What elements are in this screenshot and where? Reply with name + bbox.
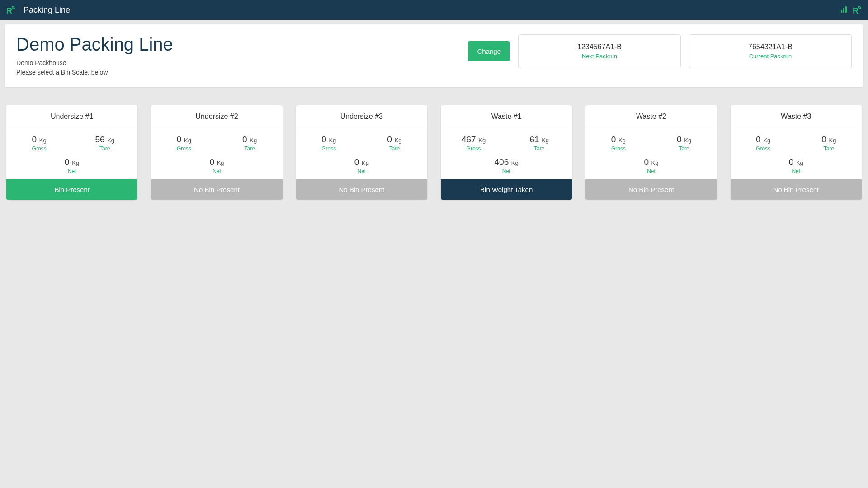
bin-unit: Kg xyxy=(827,137,836,144)
bin-unit: Kg xyxy=(509,160,519,166)
bin-metric-label-net: Net xyxy=(209,168,224,174)
bin-metric-gross: 0 KgGross xyxy=(6,135,72,152)
bin-value-tare: 0 xyxy=(677,135,682,144)
bin-metric-label-gross: Gross xyxy=(585,145,651,152)
svg-rect-3 xyxy=(845,6,847,13)
navbar-right: R xyxy=(841,5,863,15)
bin-value-net: 0 xyxy=(65,157,70,167)
bin-unit: Kg xyxy=(182,137,191,144)
bin-card-title: Undersize #2 xyxy=(151,105,282,128)
bin-metric-label-gross: Gross xyxy=(441,145,506,152)
bin-metric-label-tare: Tare xyxy=(651,145,717,152)
main-container: Demo Packing Line Demo Packhouse Please … xyxy=(0,20,868,204)
bin-unit: Kg xyxy=(617,137,626,144)
bin-card[interactable]: Undersize #30 KgGross0 KgTare0 KgNetNo B… xyxy=(296,105,427,200)
bin-status: Bin Present xyxy=(6,179,137,200)
bin-card-body: 467 KgGross61 KgTare406 KgNet xyxy=(441,128,572,179)
bin-value-net: 0 xyxy=(789,157,794,167)
next-packrun-card[interactable]: 1234567A1-B Next Packrun xyxy=(518,34,681,68)
bin-status: Bin Weight Taken xyxy=(441,179,572,200)
bin-metric-label-tare: Tare xyxy=(506,145,572,152)
bin-unit: Kg xyxy=(683,137,692,144)
bin-metric-label-gross: Gross xyxy=(731,145,796,152)
bin-unit: Kg xyxy=(360,160,369,166)
bin-metric-label-tare: Tare xyxy=(217,145,283,152)
bin-status: No Bin Present xyxy=(731,179,862,200)
bin-card-body: 0 KgGross0 KgTare0 KgNet xyxy=(731,128,862,179)
bin-unit: Kg xyxy=(106,137,115,144)
bin-metric-net: 0 KgNet xyxy=(644,157,658,174)
header-card: Demo Packing Line Demo Packhouse Please … xyxy=(5,24,863,87)
bin-metric-label-gross: Gross xyxy=(6,145,72,152)
bin-value-tare: 56 xyxy=(95,135,104,144)
navbar-left: R Packing Line xyxy=(5,5,70,15)
bin-metric-tare: 0 KgTare xyxy=(217,135,283,152)
bin-unit: Kg xyxy=(38,137,47,144)
bin-metric-tare: 0 KgTare xyxy=(362,135,427,152)
bin-card-body: 0 KgGross0 KgTare0 KgNet xyxy=(151,128,282,179)
bin-metric-label-gross: Gross xyxy=(151,145,217,152)
bin-metric-label-tare: Tare xyxy=(72,145,137,152)
bin-gross-tare-row: 0 KgGross0 KgTare xyxy=(585,135,717,152)
bin-status: No Bin Present xyxy=(585,179,717,200)
page-title: Demo Packing Line xyxy=(16,34,468,55)
next-packrun-label: Next Packrun xyxy=(528,53,671,60)
svg-text:R: R xyxy=(853,6,859,15)
bin-metric-gross: 0 KgGross xyxy=(585,135,651,152)
bin-metric-label-net: Net xyxy=(789,168,803,174)
bin-metric-tare: 0 KgTare xyxy=(651,135,717,152)
current-packrun-label: Current Packrun xyxy=(698,53,842,60)
bin-value-gross: 0 xyxy=(32,135,37,144)
logo-icon: R xyxy=(5,5,16,15)
bin-metric-gross: 0 KgGross xyxy=(296,135,362,152)
bin-value-net: 0 xyxy=(354,157,359,167)
bin-value-net: 406 xyxy=(495,157,509,167)
bin-metric-label-tare: Tare xyxy=(796,145,862,152)
svg-rect-2 xyxy=(843,8,844,13)
bin-status: No Bin Present xyxy=(151,179,282,200)
bin-unit: Kg xyxy=(762,137,771,144)
bin-card[interactable]: Waste #1467 KgGross61 KgTare406 KgNetBin… xyxy=(441,105,572,200)
bin-card-body: 0 KgGross0 KgTare0 KgNet xyxy=(296,128,427,179)
bins-area: Undersize #10 KgGross56 KgTare0 KgNetBin… xyxy=(5,105,863,200)
bin-gross-tare-row: 0 KgGross56 KgTare xyxy=(6,135,137,152)
current-packrun-card[interactable]: 7654321A1-B Current Packrun xyxy=(689,34,852,68)
bin-value-tare: 61 xyxy=(529,135,539,144)
bin-metric-label-net: Net xyxy=(644,168,658,174)
bin-card-title: Waste #3 xyxy=(731,105,862,128)
bin-value-net: 0 xyxy=(644,157,649,167)
page-subtitle1: Demo Packhouse xyxy=(16,58,468,68)
change-button[interactable]: Change xyxy=(468,41,510,61)
bin-status: No Bin Present xyxy=(296,179,427,200)
bin-unit: Kg xyxy=(215,160,224,166)
navbar-title: Packing Line xyxy=(24,5,70,15)
bin-card-title: Waste #1 xyxy=(441,105,572,128)
svg-text:R: R xyxy=(6,6,12,15)
bin-net-row: 0 KgNet xyxy=(585,157,717,175)
bin-card-title: Waste #2 xyxy=(585,105,717,128)
bin-gross-tare-row: 467 KgGross61 KgTare xyxy=(441,135,572,152)
bin-value-gross: 467 xyxy=(462,135,476,144)
bin-unit: Kg xyxy=(540,137,549,144)
bin-value-tare: 0 xyxy=(387,135,392,144)
bin-net-row: 0 KgNet xyxy=(296,157,427,175)
bin-card[interactable]: Undersize #20 KgGross0 KgTare0 KgNetNo B… xyxy=(151,105,282,200)
navbar: R Packing Line R xyxy=(0,0,868,20)
bin-card-title: Undersize #3 xyxy=(296,105,427,128)
bin-metric-gross: 0 KgGross xyxy=(151,135,217,152)
bin-metric-label-tare: Tare xyxy=(362,145,427,152)
svg-rect-1 xyxy=(841,10,842,13)
bin-value-tare: 0 xyxy=(242,135,247,144)
bin-card[interactable]: Undersize #10 KgGross56 KgTare0 KgNetBin… xyxy=(6,105,137,200)
bin-metric-net: 406 KgNet xyxy=(495,157,519,174)
bin-gross-tare-row: 0 KgGross0 KgTare xyxy=(296,135,427,152)
bin-value-gross: 0 xyxy=(756,135,761,144)
bin-card[interactable]: Waste #20 KgGross0 KgTare0 KgNetNo Bin P… xyxy=(585,105,717,200)
bin-metric-label-net: Net xyxy=(65,168,79,174)
bin-unit: Kg xyxy=(477,137,486,144)
bin-unit: Kg xyxy=(650,160,659,166)
bin-unit: Kg xyxy=(794,160,803,166)
current-packrun-id: 7654321A1-B xyxy=(698,43,842,51)
bin-metric-label-gross: Gross xyxy=(296,145,362,152)
bin-card[interactable]: Waste #30 KgGross0 KgTare0 KgNetNo Bin P… xyxy=(731,105,862,200)
